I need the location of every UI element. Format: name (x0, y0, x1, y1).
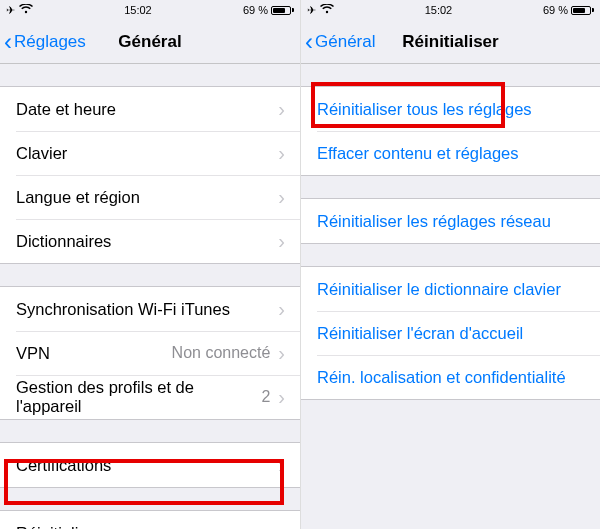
phone-reinitialiser: ✈︎ 15:02 69 % ‹ Général Réinitialiser Ré… (300, 0, 600, 529)
status-time: 15:02 (425, 4, 453, 16)
chevron-right-icon: › (278, 186, 285, 209)
row-label: Dictionnaires (16, 232, 278, 251)
chevron-right-icon: › (278, 230, 285, 253)
page-title: Réinitialiser (402, 32, 498, 52)
row-sync-wifi[interactable]: Synchronisation Wi-Fi iTunes› (0, 287, 300, 331)
row-label: Clavier (16, 144, 278, 163)
page-title: Général (118, 32, 181, 52)
row-reset-home[interactable]: Réinitialiser l'écran d'accueil (301, 311, 600, 355)
back-button[interactable]: ‹ Réglages (4, 30, 86, 54)
battery-pct: 69 % (543, 4, 568, 16)
chevron-left-icon: ‹ (305, 30, 313, 54)
row-detail: 2 (261, 388, 270, 406)
row-label: Réinitialiser le dictionnaire clavier (317, 280, 585, 299)
row-reset-privacy[interactable]: Réin. localisation et confidentialité (301, 355, 600, 399)
row-certifications[interactable]: Certifications› (0, 443, 300, 487)
back-label: Général (315, 32, 375, 52)
status-bar: ✈︎ 15:02 69 % (0, 0, 300, 20)
row-label: Réinitialiser (16, 524, 278, 530)
row-label: Gestion des profils et de l'appareil (16, 378, 261, 416)
row-reset-network[interactable]: Réinitialiser les réglages réseau (301, 199, 600, 243)
row-erase-all[interactable]: Effacer contenu et réglages (301, 131, 600, 175)
row-dictionnaires[interactable]: Dictionnaires› (0, 219, 300, 263)
chevron-right-icon: › (278, 522, 285, 530)
group-reset: Réinitialiser›Éteindre (0, 510, 300, 529)
airplane-icon: ✈︎ (6, 4, 15, 17)
row-vpn[interactable]: VPNNon connecté› (0, 331, 300, 375)
row-langue[interactable]: Langue et région› (0, 175, 300, 219)
group-reset-network: Réinitialiser les réglages réseau (301, 198, 600, 244)
nav-bar: ‹ Général Réinitialiser (301, 20, 600, 64)
row-label: Réinitialiser les réglages réseau (317, 212, 585, 231)
battery-icon (571, 6, 594, 15)
chevron-right-icon: › (278, 298, 285, 321)
chevron-right-icon: › (278, 98, 285, 121)
row-detail: Non connecté (172, 344, 271, 362)
group-reset-top: Réinitialiser tous les réglagesEffacer c… (301, 86, 600, 176)
scroll-area[interactable]: Réinitialiser tous les réglagesEffacer c… (301, 64, 600, 529)
row-label: Langue et région (16, 188, 278, 207)
row-profils[interactable]: Gestion des profils et de l'appareil2› (0, 375, 300, 419)
chevron-right-icon: › (278, 454, 285, 477)
status-time: 15:02 (124, 4, 152, 16)
row-label: Effacer contenu et réglages (317, 144, 585, 163)
phone-general: ✈︎ 15:02 69 % ‹ Réglages Général Date et… (0, 0, 300, 529)
row-label: Réinitialiser tous les réglages (317, 100, 585, 119)
scroll-area[interactable]: Date et heure›Clavier›Langue et région›D… (0, 64, 300, 529)
row-label: Date et heure (16, 100, 278, 119)
wifi-icon (320, 4, 334, 16)
row-date-heure[interactable]: Date et heure› (0, 87, 300, 131)
wifi-icon (19, 4, 33, 16)
chevron-right-icon: › (278, 386, 285, 409)
row-reset-all[interactable]: Réinitialiser tous les réglages (301, 87, 600, 131)
row-label: Synchronisation Wi-Fi iTunes (16, 300, 278, 319)
row-clavier[interactable]: Clavier› (0, 131, 300, 175)
status-bar: ✈︎ 15:02 69 % (301, 0, 600, 20)
row-label: Réin. localisation et confidentialité (317, 368, 585, 387)
group-reset-other: Réinitialiser le dictionnaire clavierRéi… (301, 266, 600, 400)
group-sync-vpn: Synchronisation Wi-Fi iTunes›VPNNon conn… (0, 286, 300, 420)
group-date-lang: Date et heure›Clavier›Langue et région›D… (0, 86, 300, 264)
row-label: Certifications (16, 456, 278, 475)
nav-bar: ‹ Réglages Général (0, 20, 300, 64)
chevron-right-icon: › (278, 342, 285, 365)
chevron-right-icon: › (278, 142, 285, 165)
row-label: Réinitialiser l'écran d'accueil (317, 324, 585, 343)
row-reset-keyboard[interactable]: Réinitialiser le dictionnaire clavier (301, 267, 600, 311)
group-cert: Certifications› (0, 442, 300, 488)
back-label: Réglages (14, 32, 86, 52)
battery-pct: 69 % (243, 4, 268, 16)
battery-icon (271, 6, 294, 15)
back-button[interactable]: ‹ Général (305, 30, 375, 54)
airplane-icon: ✈︎ (307, 4, 316, 17)
row-label: VPN (16, 344, 172, 363)
row-reinitialiser[interactable]: Réinitialiser› (0, 511, 300, 529)
chevron-left-icon: ‹ (4, 30, 12, 54)
